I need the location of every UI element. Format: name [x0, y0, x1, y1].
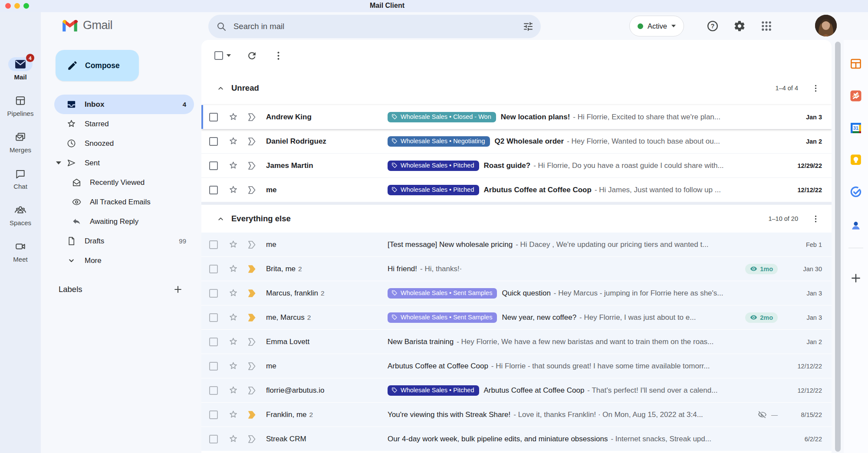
- streak-box-icon[interactable]: [247, 112, 256, 122]
- row-checkbox[interactable]: [209, 410, 218, 419]
- streak-box-icon[interactable]: [247, 386, 256, 395]
- pipeline-stage-badge[interactable]: Wholesale Sales • Closed - Won: [388, 112, 496, 122]
- select-all-checkbox[interactable]: [214, 51, 223, 60]
- rail-item-meet[interactable]: Meet: [0, 240, 41, 276]
- row-checkbox[interactable]: [209, 362, 218, 371]
- avatar[interactable]: [815, 15, 837, 36]
- section-more-icon[interactable]: [811, 214, 820, 223]
- row-checkbox[interactable]: [209, 435, 218, 443]
- section-more-icon[interactable]: [811, 84, 820, 93]
- vertical-scrollbar[interactable]: [835, 42, 841, 452]
- star-icon[interactable]: [228, 240, 238, 249]
- streak-pipelines-icon[interactable]: [849, 57, 862, 70]
- sidebar-item-awaiting-reply[interactable]: Awaiting Reply: [54, 212, 194, 231]
- star-icon[interactable]: [228, 288, 238, 298]
- settings-gear-icon[interactable]: [733, 20, 746, 32]
- email-row[interactable]: Brita, me2 Hi friend! - Hi, thanks!· 1mo…: [201, 257, 832, 281]
- email-row[interactable]: Streak CRM Our 4-day work week, bulk pip…: [201, 427, 832, 451]
- email-row[interactable]: me Arbutus Coffee at Coffee Coop - Hi Fl…: [201, 354, 832, 378]
- star-icon[interactable]: [228, 410, 238, 420]
- row-checkbox[interactable]: [209, 386, 218, 395]
- add-addon-icon[interactable]: [850, 272, 861, 284]
- email-row[interactable]: me Wholesale Sales • Pitched Arbutus Cof…: [201, 178, 832, 202]
- sidebar-item-inbox[interactable]: Inbox 4: [54, 95, 194, 114]
- pipeline-stage-badge[interactable]: Wholesale Sales • Sent Samples: [388, 288, 497, 299]
- rail-item-chat[interactable]: Chat: [0, 167, 41, 203]
- sidebar-item-starred[interactable]: Starred: [54, 114, 194, 134]
- status-dropdown[interactable]: Active: [629, 16, 684, 36]
- row-checkbox[interactable]: [209, 265, 218, 273]
- row-checkbox[interactable]: [209, 289, 218, 298]
- streak-box-icon[interactable]: [247, 313, 256, 322]
- star-icon[interactable]: [228, 312, 238, 322]
- google-keep-icon[interactable]: [849, 153, 862, 166]
- add-label-icon[interactable]: [173, 285, 183, 294]
- window-minimize-button[interactable]: [14, 3, 20, 9]
- streak-mail-merge-icon[interactable]: [849, 89, 862, 102]
- streak-box-icon[interactable]: [247, 240, 256, 249]
- streak-box-icon[interactable]: [247, 289, 256, 298]
- apps-grid-icon[interactable]: [760, 20, 773, 32]
- row-checkbox[interactable]: [209, 240, 218, 249]
- help-icon[interactable]: ?: [707, 20, 719, 32]
- streak-box-icon[interactable]: [247, 264, 256, 274]
- star-icon[interactable]: [228, 161, 238, 171]
- sidebar-item-sent[interactable]: Sent: [54, 153, 194, 173]
- email-row[interactable]: James Martin Wholesale Sales • Pitched R…: [201, 154, 832, 178]
- pipeline-stage-badge[interactable]: Wholesale Sales • Sent Samples: [388, 312, 497, 323]
- pipeline-stage-badge[interactable]: Wholesale Sales • Pitched: [388, 385, 479, 396]
- collapse-section-icon[interactable]: [217, 85, 224, 92]
- more-options-icon[interactable]: [273, 50, 284, 61]
- search-input[interactable]: [233, 22, 523, 31]
- email-row[interactable]: Emma Lovett New Barista training - Hey F…: [201, 330, 832, 354]
- row-checkbox[interactable]: [209, 313, 218, 322]
- sidebar-item-more[interactable]: More: [54, 251, 194, 270]
- rail-item-mail[interactable]: 4 Mail: [0, 57, 41, 94]
- google-contacts-icon[interactable]: [850, 220, 861, 231]
- row-checkbox[interactable]: [209, 186, 218, 194]
- star-icon[interactable]: [228, 185, 238, 195]
- google-calendar-icon[interactable]: 31: [849, 121, 862, 135]
- row-checkbox[interactable]: [209, 137, 218, 146]
- email-row[interactable]: Marcus, franklin2 Wholesale Sales • Sent…: [201, 281, 832, 305]
- streak-box-icon[interactable]: [247, 161, 256, 171]
- star-icon[interactable]: [228, 136, 238, 146]
- email-row[interactable]: Daniel Rodriguez Wholesale Sales • Negot…: [201, 129, 832, 154]
- window-close-button[interactable]: [5, 3, 11, 9]
- rail-item-merges[interactable]: Merges: [0, 130, 41, 167]
- row-checkbox[interactable]: [209, 338, 218, 346]
- sidebar-item-all-tracked-emails[interactable]: All Tracked Emails: [54, 192, 194, 212]
- collapse-section-icon[interactable]: [217, 215, 224, 223]
- star-icon[interactable]: [228, 112, 238, 122]
- streak-box-icon[interactable]: [247, 137, 256, 146]
- sidebar-item-drafts[interactable]: Drafts 99: [54, 231, 194, 251]
- google-tasks-icon[interactable]: [849, 185, 862, 198]
- row-checkbox[interactable]: [209, 161, 218, 170]
- rail-item-pipelines[interactable]: Pipelines: [0, 94, 41, 130]
- email-row[interactable]: Andrew King Wholesale Sales • Closed - W…: [201, 105, 832, 129]
- email-row[interactable]: Franklin, me2 You're viewing this with S…: [201, 403, 832, 427]
- star-icon[interactable]: [228, 337, 238, 347]
- search-options-icon[interactable]: [523, 21, 534, 32]
- email-row[interactable]: me, Marcus2 Wholesale Sales • Sent Sampl…: [201, 305, 832, 330]
- star-icon[interactable]: [228, 361, 238, 371]
- search-bar[interactable]: [208, 15, 541, 38]
- streak-box-icon[interactable]: [247, 185, 256, 195]
- refresh-icon[interactable]: [247, 50, 257, 61]
- pipeline-stage-badge[interactable]: Wholesale Sales • Negotiating: [388, 136, 490, 147]
- streak-box-icon[interactable]: [247, 337, 256, 347]
- pipeline-stage-badge[interactable]: Wholesale Sales • Pitched: [388, 161, 479, 171]
- search-icon[interactable]: [216, 21, 227, 32]
- star-icon[interactable]: [228, 264, 238, 274]
- email-row[interactable]: florrie@arbutus.io Wholesale Sales • Pit…: [201, 378, 832, 403]
- star-icon[interactable]: [228, 385, 238, 395]
- collapse-sent-icon[interactable]: [56, 161, 61, 164]
- streak-box-icon[interactable]: [247, 410, 256, 420]
- select-dropdown-icon[interactable]: [227, 54, 231, 57]
- email-row[interactable]: me [Test message] New wholesale pricing …: [201, 233, 832, 257]
- rail-item-spaces[interactable]: Spaces: [0, 203, 41, 240]
- compose-button[interactable]: Compose: [56, 50, 139, 81]
- streak-box-icon[interactable]: [247, 361, 256, 371]
- sidebar-item-snoozed[interactable]: Snoozed: [54, 134, 194, 153]
- window-zoom-button[interactable]: [23, 3, 29, 9]
